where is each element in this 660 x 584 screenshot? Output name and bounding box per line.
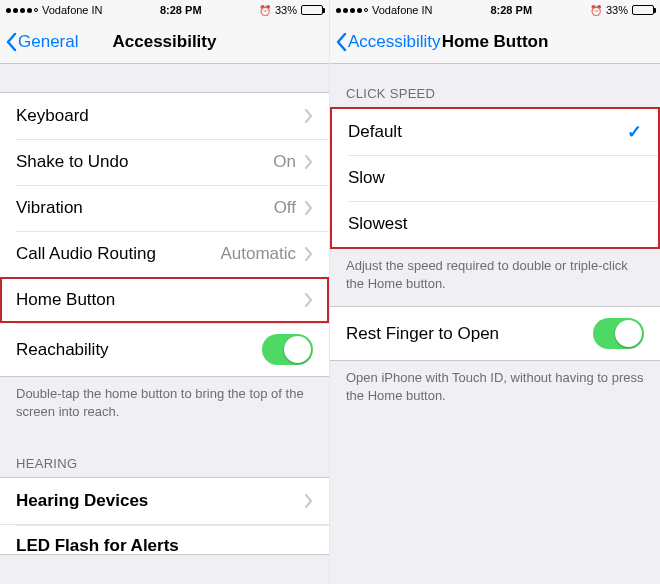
hearing-header: HEARING bbox=[0, 434, 329, 477]
click-speed-group: Default ✓ Slow Slowest bbox=[330, 107, 660, 249]
row-led-flash-partial[interactable]: LED Flash for Alerts bbox=[0, 524, 329, 554]
reachability-toggle[interactable] bbox=[262, 334, 313, 365]
row-home-button[interactable]: Home Button bbox=[0, 277, 329, 323]
option-slowest[interactable]: Slowest bbox=[332, 201, 658, 247]
row-vibration[interactable]: Vibration Off bbox=[0, 185, 329, 231]
row-hearing-devices[interactable]: Hearing Devices bbox=[0, 478, 329, 524]
carrier-label: Vodafone IN bbox=[372, 4, 433, 16]
alarm-icon: ⏰ bbox=[590, 5, 602, 16]
row-call-audio-routing[interactable]: Call Audio Routing Automatic bbox=[0, 231, 329, 277]
row-label: LED Flash for Alerts bbox=[16, 536, 179, 554]
battery-icon bbox=[301, 5, 323, 15]
reachability-note: Double-tap the home button to bring the … bbox=[0, 377, 329, 434]
row-value: Off bbox=[274, 198, 296, 218]
option-label: Default bbox=[348, 122, 402, 142]
rest-finger-toggle[interactable] bbox=[593, 318, 644, 349]
battery-icon bbox=[632, 5, 654, 15]
click-speed-note: Adjust the speed required to double or t… bbox=[330, 249, 660, 306]
row-shake-to-undo[interactable]: Shake to Undo On bbox=[0, 139, 329, 185]
nav-bar: Accessibility Home Button bbox=[330, 20, 660, 64]
back-button[interactable]: Accessibility bbox=[330, 32, 441, 52]
alarm-icon: ⏰ bbox=[259, 5, 271, 16]
battery-pct: 33% bbox=[275, 4, 297, 16]
chevron-right-icon bbox=[304, 109, 313, 123]
carrier-label: Vodafone IN bbox=[42, 4, 103, 16]
click-speed-header: CLICK SPEED bbox=[330, 64, 660, 107]
chevron-right-icon bbox=[304, 494, 313, 508]
row-label: Hearing Devices bbox=[16, 491, 148, 511]
back-button[interactable]: General bbox=[0, 32, 78, 52]
status-time: 8:28 PM bbox=[490, 4, 532, 16]
check-icon: ✓ bbox=[627, 121, 642, 143]
row-rest-finger[interactable]: Rest Finger to Open bbox=[330, 307, 660, 360]
signal-icon bbox=[336, 8, 368, 13]
row-label: Rest Finger to Open bbox=[346, 324, 499, 344]
chevron-right-icon bbox=[304, 247, 313, 261]
row-label: Shake to Undo bbox=[16, 152, 128, 172]
row-label: Keyboard bbox=[16, 106, 89, 126]
row-label: Vibration bbox=[16, 198, 83, 218]
row-value: On bbox=[273, 152, 296, 172]
chevron-right-icon bbox=[304, 155, 313, 169]
row-value: Automatic bbox=[220, 244, 296, 264]
nav-bar: General Accessibility bbox=[0, 20, 329, 64]
option-slow[interactable]: Slow bbox=[332, 155, 658, 201]
chevron-left-icon bbox=[334, 32, 348, 52]
status-bar: Vodafone IN 8:28 PM ⏰ 33% bbox=[330, 0, 660, 20]
chevron-right-icon bbox=[304, 293, 313, 307]
status-time: 8:28 PM bbox=[160, 4, 202, 16]
rest-finger-note: Open iPhone with Touch ID, without havin… bbox=[330, 361, 660, 418]
battery-pct: 33% bbox=[606, 4, 628, 16]
signal-icon bbox=[6, 8, 38, 13]
back-label: General bbox=[18, 32, 78, 52]
row-label: Call Audio Routing bbox=[16, 244, 156, 264]
back-label: Accessibility bbox=[348, 32, 441, 52]
status-bar: Vodafone IN 8:28 PM ⏰ 33% bbox=[0, 0, 329, 20]
screen-home-button: Vodafone IN 8:28 PM ⏰ 33% Accessibility … bbox=[330, 0, 660, 584]
option-label: Slowest bbox=[348, 214, 408, 234]
row-reachability[interactable]: Reachability bbox=[0, 323, 329, 376]
option-default[interactable]: Default ✓ bbox=[332, 109, 658, 155]
chevron-left-icon bbox=[4, 32, 18, 52]
row-label: Home Button bbox=[16, 290, 115, 310]
row-keyboard[interactable]: Keyboard bbox=[0, 93, 329, 139]
option-label: Slow bbox=[348, 168, 385, 188]
screen-accessibility: Vodafone IN 8:28 PM ⏰ 33% General Access… bbox=[0, 0, 330, 584]
chevron-right-icon bbox=[304, 201, 313, 215]
row-label: Reachability bbox=[16, 340, 109, 360]
